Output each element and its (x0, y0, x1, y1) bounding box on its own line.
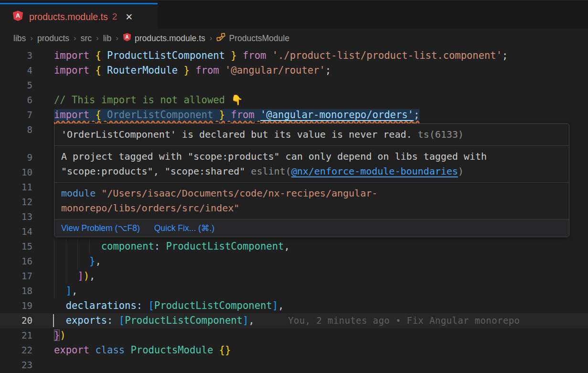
code-token: ; (502, 50, 508, 61)
indent-guide (54, 284, 54, 298)
code-token (54, 300, 66, 311)
code-token (54, 255, 89, 267)
code-token: , (284, 241, 289, 252)
module-keyword: module (61, 187, 96, 199)
angular-icon: A (12, 10, 23, 23)
editor-pane[interactable]: 3import { ProductListComponent } from '.… (0, 48, 588, 373)
code-line[interactable]: 22export class ProductsModule {} (0, 343, 588, 358)
code-token: : (154, 241, 160, 252)
code-token (89, 344, 95, 356)
code-token: from (195, 65, 219, 76)
line-number: 16 (0, 254, 32, 269)
breadcrumb-item-src[interactable]: src (81, 33, 92, 44)
close-icon[interactable]: ✕ (125, 12, 133, 22)
code-line[interactable]: 4import { RouterModule } from '@angular/… (0, 63, 588, 78)
quick-fix-button[interactable]: Quick Fix... (⌘.) (154, 223, 214, 233)
line-number: 13 (0, 209, 32, 224)
breadcrumb-item-libs[interactable]: libs (13, 33, 26, 44)
breadcrumb-item-products[interactable]: products (37, 33, 69, 44)
code-token (213, 344, 219, 356)
code-token: { (95, 109, 101, 121)
hover-ts-diagnostic: 'OrderListComponent' is declared but its… (54, 124, 569, 146)
svg-text:A: A (125, 34, 129, 40)
code-token: ; (325, 65, 331, 76)
code-line[interactable]: 17 ]), (0, 269, 588, 284)
code-line[interactable]: 23 (0, 358, 588, 373)
indent-guide (66, 254, 66, 269)
tab-title: products.module.ts (29, 11, 108, 22)
module-specifier-link[interactable]: '@angular-monorepo/orders' (260, 109, 414, 121)
code-line[interactable]: 3import { ProductListComponent } from '.… (0, 48, 588, 63)
svg-text:A: A (16, 12, 20, 19)
code-token: ProductListComponent (107, 50, 225, 61)
breadcrumb-symbol-label: ProductsModule (229, 33, 289, 44)
code-token: , (72, 285, 77, 296)
line-number: 23 (0, 358, 32, 373)
code-token: , (89, 270, 95, 282)
text-cursor (53, 314, 54, 327)
breadcrumb-item-lib[interactable]: lib (103, 33, 112, 44)
code-token: from (243, 50, 266, 61)
code-token (54, 315, 66, 326)
tab-problem-count: 2 (112, 11, 118, 22)
code-text: export class ProductsModule {} (54, 343, 231, 358)
ts-diagnostic-source: ts(6133) (412, 129, 464, 140)
code-line[interactable]: 21}) (0, 328, 588, 343)
code-line[interactable]: 19 declarations: [ProductListComponent], (0, 298, 588, 313)
line-number: 8 (0, 122, 32, 137)
code-token: ) (60, 329, 65, 341)
code-token (89, 109, 95, 121)
code-token: } (54, 329, 60, 341)
code-token (225, 109, 231, 121)
code-token (178, 65, 183, 76)
code-token (54, 285, 66, 296)
eslint-source-prefix: eslint( (251, 165, 291, 177)
code-token (190, 65, 195, 76)
code-line[interactable]: 20 exports: [ProductListComponent],You, … (0, 313, 588, 328)
code-line[interactable]: 15 component: ProductListComponent, (0, 239, 588, 254)
code-line[interactable]: 16 }, (0, 254, 588, 269)
code-token (160, 241, 166, 252)
code-token: ] (243, 315, 248, 326)
code-token: from (231, 109, 254, 121)
code-token (101, 65, 107, 76)
code-token: export (54, 344, 89, 356)
code-text: // This import is not allowed 👇 (54, 93, 243, 108)
indent-guide (54, 254, 54, 269)
line-number: 15 (0, 239, 32, 254)
code-line[interactable]: 7import { OrderListComponent } from '@an… (0, 108, 588, 122)
code-text: import { OrderListComponent } from '@ang… (54, 108, 419, 122)
line-number: 6 (0, 93, 32, 108)
line-number: 7 (0, 108, 32, 122)
view-problem-button[interactable]: View Problem (⌥F8) (61, 223, 140, 233)
code-token: } (219, 109, 225, 121)
indent-guide (77, 254, 78, 269)
code-line[interactable]: 6// This import is not allowed 👇 (0, 93, 588, 108)
code-line[interactable]: 5 (0, 78, 588, 93)
module-path-line1: "/Users/isaac/Documents/code/nx-recipes/… (96, 187, 377, 199)
angular-icon: A (123, 33, 131, 44)
code-token (101, 50, 107, 61)
breadcrumb-item-symbol[interactable]: ProductsModule (216, 33, 289, 44)
code-token: ] (272, 300, 278, 311)
code-token: , (278, 300, 284, 311)
eslint-rule-link[interactable]: @nx/enforce-module-boundaries (291, 165, 458, 177)
breadcrumb-separator: › (69, 33, 81, 43)
code-token (219, 65, 225, 76)
indent-guide (54, 269, 54, 284)
code-token: declarations: (66, 300, 142, 311)
tab-products-module[interactable]: A products.module.ts 2 ✕ (0, 3, 158, 29)
code-token: import (54, 109, 89, 121)
line-number: 3 (0, 48, 32, 63)
hover-action-bar: View Problem (⌥F8) Quick Fix... (⌘.) (54, 219, 569, 237)
git-blame-annotation: You, 2 minutes ago • Fix Angular monorep… (288, 313, 520, 328)
code-text: import { ProductListComponent } from './… (54, 48, 508, 63)
line-number: 5 (0, 78, 32, 93)
hover-eslint-diagnostic: A project tagged with "scope:products" c… (54, 146, 569, 183)
code-token (266, 50, 272, 61)
code-token: {} (219, 344, 231, 356)
code-line[interactable]: 18 ], (0, 284, 588, 298)
breadcrumb-item-file[interactable]: A products.module.ts (123, 33, 205, 44)
code-token: ProductListComponent (154, 300, 272, 311)
code-token: OrderListComponent (107, 109, 213, 121)
